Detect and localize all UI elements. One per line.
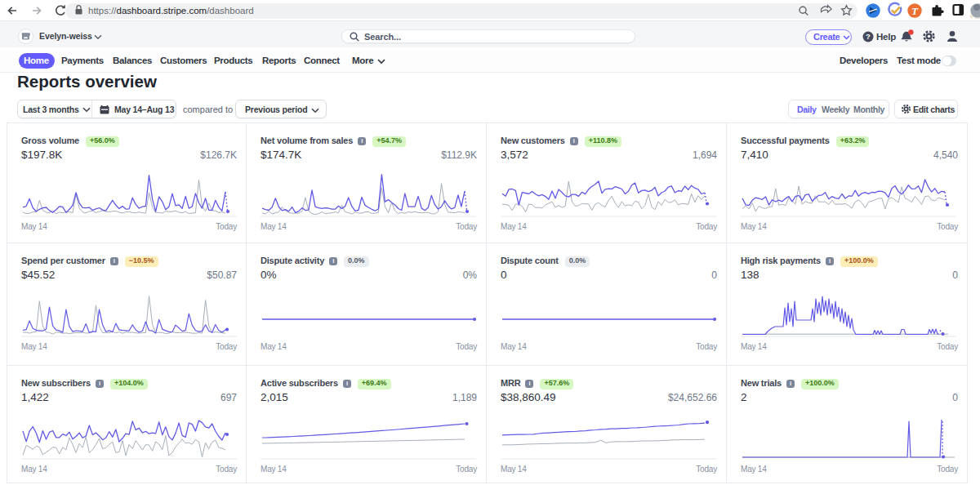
svg-text:T: T <box>911 5 919 17</box>
svg-text:?: ? <box>866 32 871 41</box>
